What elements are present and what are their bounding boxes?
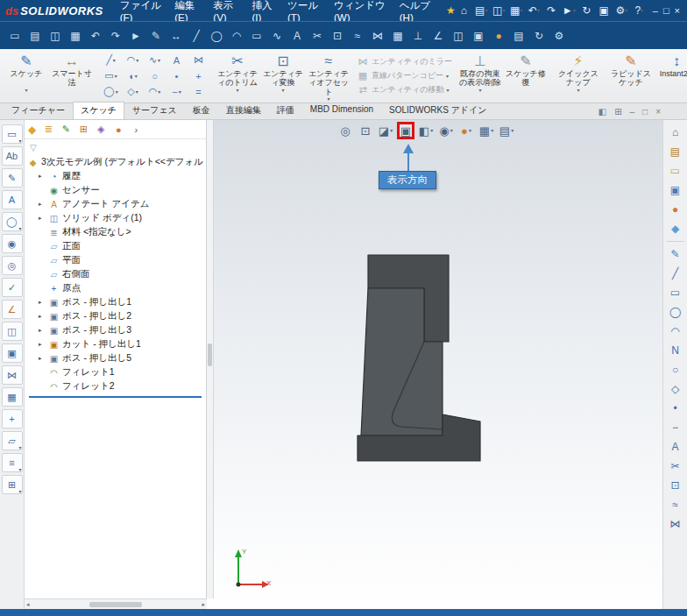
configurationmanager-tab-icon[interactable]: ⊞ — [75, 122, 91, 138]
mirror-icon[interactable]: ⋈ — [368, 26, 387, 46]
grab-hand-icon[interactable]: ◆ — [28, 124, 36, 136]
spline-icon[interactable]: ∿ — [267, 26, 287, 46]
open-icon[interactable]: ▤▾ — [473, 4, 490, 17]
mirror-icon[interactable]: ⋈ — [2, 365, 23, 385]
new-document-icon[interactable]: ▭ — [5, 26, 25, 46]
arc-icon[interactable]: ◠ — [227, 26, 246, 46]
view-cube-icon[interactable]: ▣ — [469, 26, 488, 46]
trim-entities-button[interactable]: ✂エンティティのトリム▾ — [215, 52, 260, 93]
close-window-icon[interactable]: × — [675, 5, 680, 16]
smart-dimension-button[interactable]: ↔スマート寸法 — [49, 52, 95, 88]
dimxpertmanager-tab-icon[interactable]: ◈ — [93, 122, 109, 138]
sketch-text-icon[interactable]: A — [166, 55, 188, 66]
table-icon[interactable]: ⊞▾ — [2, 475, 23, 494]
trim-icon[interactable]: ✂ — [308, 26, 327, 46]
expand-arrow-icon[interactable]: ▸ — [39, 341, 46, 348]
appearances-icon[interactable]: ● — [666, 201, 685, 218]
pattern-icon[interactable]: ▦ — [388, 26, 407, 46]
move-entities-button[interactable]: ⇄エンティティの移動▾ — [357, 84, 452, 96]
tree-item-boss-extrude2[interactable]: ▸ ▣ ボス - 押し出し2 — [25, 309, 206, 323]
sketch-button[interactable]: ✎スケッチ▾ — [4, 52, 49, 93]
ribbon-tab[interactable]: 板金 — [185, 102, 218, 119]
ribbon-tab[interactable]: SOLIDWORKS アドイン — [381, 102, 495, 119]
point-tool-icon[interactable]: • — [166, 71, 188, 81]
trim-icon[interactable]: ✂ — [666, 457, 685, 475]
undo-icon[interactable]: ↶▾ — [526, 4, 542, 17]
tree-item-origin[interactable]: ▸ + 原点 — [25, 281, 206, 295]
pane-icon[interactable]: ◧ — [598, 107, 606, 117]
undo-icon[interactable]: ↶ — [86, 26, 105, 46]
ribbon-tab[interactable]: サーフェス — [124, 102, 185, 119]
mirror-icon[interactable]: ⋈ — [666, 515, 685, 533]
tree-horizontal-scrollbar[interactable]: ◂ ▸ — [25, 598, 207, 609]
instant2d-button[interactable]: ↕Instant2D — [654, 52, 687, 88]
tree-item-annotations[interactable]: ▸ A アノテート アイテム — [25, 197, 206, 211]
flyout-arrow-icon[interactable]: › — [128, 122, 144, 138]
polygon-tool-icon[interactable]: ◇▾ — [122, 86, 144, 97]
tree-item-fillet2[interactable]: ▸ ◠ フィレット2 — [25, 379, 206, 393]
tree-item-top-plane[interactable]: ▸ ▱ 平面 — [25, 253, 206, 267]
scene-icon[interactable]: ▤ — [509, 26, 528, 46]
expand-arrow-icon[interactable]: ▸ — [39, 173, 46, 180]
pin-star-icon[interactable]: ★ — [446, 4, 456, 17]
minimize-doc-icon[interactable]: – — [630, 107, 635, 117]
ribbon-tab[interactable]: 直接編集 — [218, 102, 269, 119]
arc-tool-icon[interactable]: ◠▾ — [122, 54, 144, 66]
file-explorer-icon[interactable]: ▭ — [666, 162, 685, 180]
display-delete-relations-button[interactable]: ⊥既存の拘束の表示/削除▾ — [457, 52, 503, 93]
expand-arrow-icon[interactable]: ▸ — [39, 355, 46, 362]
sketch-icon[interactable]: ✎ — [146, 26, 166, 46]
filter-funnel-icon[interactable]: ▽ — [30, 143, 37, 152]
appearance-icon[interactable]: ● — [489, 26, 508, 46]
custom-properties-icon[interactable]: ◆ — [666, 220, 685, 237]
slot-tool-icon[interactable]: ◖▾ — [122, 71, 144, 81]
featuremanager-tab-icon[interactable]: ≣ — [40, 122, 56, 138]
tree-item-cut-extrude1[interactable]: ▸ ▣ カット - 押し出し1 — [25, 337, 206, 351]
rebuild-icon[interactable]: ↻ — [529, 26, 549, 46]
rapid-sketch-button[interactable]: ✎ラピッドスケッチ — [608, 52, 654, 88]
print-icon[interactable]: ▦▾ — [508, 4, 525, 17]
print-document-icon[interactable]: ▦ — [66, 26, 85, 46]
ribbon-tab[interactable]: 評価 — [269, 102, 302, 119]
ribbon-tab[interactable]: スケッチ — [73, 102, 124, 119]
file-properties-icon[interactable]: ▣ — [596, 4, 613, 17]
magnifier-icon[interactable]: ◎ — [2, 256, 23, 275]
text-icon[interactable]: A — [666, 438, 685, 456]
close-doc-icon[interactable]: × — [655, 107, 661, 117]
open-document-icon[interactable]: ▤ — [25, 26, 45, 46]
line-tool-icon[interactable]: ╱▾ — [100, 54, 122, 66]
centerline-tool-icon[interactable]: −▾ — [166, 87, 188, 97]
note-icon[interactable]: ▭▾ — [2, 124, 23, 144]
repair-sketch-button[interactable]: ✎スケッチ修復 — [503, 52, 549, 88]
scroll-right-icon[interactable]: ▸ — [202, 601, 205, 608]
check-icon[interactable]: ✓ — [2, 278, 23, 297]
tree-item-boss-extrude5[interactable]: ▸ ▣ ボス - 押し出し5 — [25, 351, 206, 365]
tree-item-history[interactable]: ▸ ◔ 履歴 — [25, 169, 206, 183]
circle-icon[interactable]: ◯ — [666, 303, 685, 321]
rollback-bar[interactable] — [29, 396, 202, 398]
arc-icon[interactable]: ◠ — [666, 322, 685, 340]
ellipse-icon[interactable]: ○ — [666, 361, 685, 379]
rectangle-icon[interactable]: ▭ — [247, 26, 266, 46]
ribbon-tab[interactable]: フィーチャー — [4, 102, 73, 119]
save-icon[interactable]: ◫▾ — [491, 4, 507, 17]
displaymanager-tab-icon[interactable]: ● — [110, 122, 126, 138]
view-palette-icon[interactable]: ▣ — [666, 181, 685, 199]
tree-item-solid-bodies[interactable]: ▸ ◫ ソリッド ボディ(1) — [25, 211, 206, 225]
centerline-icon[interactable]: − — [666, 419, 685, 436]
spell-check-icon[interactable]: Ab — [2, 146, 23, 166]
text-icon[interactable]: A — [287, 26, 307, 46]
redo-icon[interactable]: ↷ — [106, 26, 125, 46]
rectangle-icon[interactable]: ▭ — [666, 284, 685, 301]
tree-item-material[interactable]: ▸ ≣ 材料 <指定なし> — [25, 225, 206, 239]
section-icon[interactable]: ◫ — [449, 26, 468, 46]
home-icon[interactable]: ⌂ — [666, 124, 685, 141]
eye-icon[interactable]: ◉ — [2, 234, 23, 253]
balloon-icon[interactable]: ◯▾ — [2, 212, 23, 231]
select-icon[interactable]: ►▾ — [561, 4, 577, 17]
spline-tool-icon[interactable]: ∿▾ — [144, 54, 166, 66]
ellipse-tool-icon[interactable]: ○ — [144, 71, 166, 81]
rectangle-tool-icon[interactable]: ▭▾ — [100, 70, 122, 81]
sketch-fillet-icon[interactable]: ◠▾ — [144, 86, 166, 97]
linear-pattern-button[interactable]: ▦直線パターンコピー▾ — [357, 70, 452, 81]
